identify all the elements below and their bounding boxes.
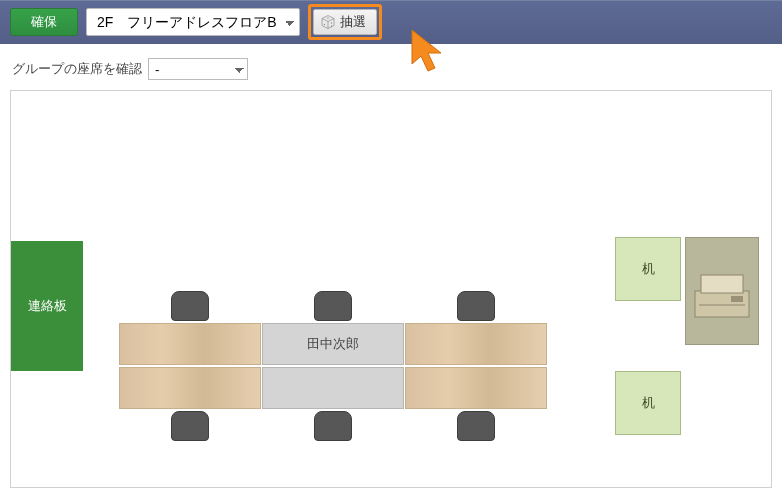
- svg-point-1: [324, 24, 325, 25]
- desk-occupied-empty[interactable]: [262, 367, 404, 409]
- dice-icon: [320, 14, 336, 30]
- chair[interactable]: [171, 411, 209, 441]
- printer-icon: [691, 267, 753, 323]
- desk[interactable]: [405, 367, 547, 409]
- chair[interactable]: [457, 411, 495, 441]
- seat-map-inner: 連絡板 田中次郎 机 机: [11, 91, 771, 488]
- header-toolbar: 確保 2F フリーアドレスフロアB 抽選: [0, 0, 782, 44]
- confirm-button[interactable]: 確保: [10, 8, 78, 36]
- chair[interactable]: [314, 411, 352, 441]
- svg-rect-5: [701, 275, 743, 293]
- group-seat-subbar: グループの座席を確認 -: [0, 44, 782, 90]
- desk[interactable]: [405, 323, 547, 365]
- renraku-board[interactable]: 連絡板: [11, 241, 83, 371]
- svg-rect-6: [731, 296, 743, 302]
- chair[interactable]: [314, 291, 352, 321]
- chair[interactable]: [171, 291, 209, 321]
- draw-button-highlight: 抽選: [308, 4, 382, 40]
- desk-row-1: 田中次郎: [119, 323, 547, 365]
- seat-map-canvas[interactable]: 連絡板 田中次郎 机 机: [10, 90, 772, 488]
- floor-select[interactable]: 2F フリーアドレスフロアB: [86, 8, 300, 36]
- group-select[interactable]: -: [148, 58, 248, 80]
- desk-occupied[interactable]: 田中次郎: [262, 323, 404, 365]
- small-desk[interactable]: 机: [615, 371, 681, 435]
- svg-point-2: [331, 22, 332, 23]
- desk-row-2: [119, 367, 547, 409]
- draw-button-label: 抽選: [340, 13, 366, 31]
- group-seat-label: グループの座席を確認: [12, 60, 142, 78]
- svg-point-0: [327, 17, 328, 18]
- desk[interactable]: [119, 367, 261, 409]
- small-desk[interactable]: 机: [615, 237, 681, 301]
- chair[interactable]: [457, 291, 495, 321]
- svg-point-3: [331, 25, 332, 26]
- svg-rect-4: [695, 291, 749, 317]
- draw-lottery-button[interactable]: 抽選: [313, 9, 377, 35]
- desk[interactable]: [119, 323, 261, 365]
